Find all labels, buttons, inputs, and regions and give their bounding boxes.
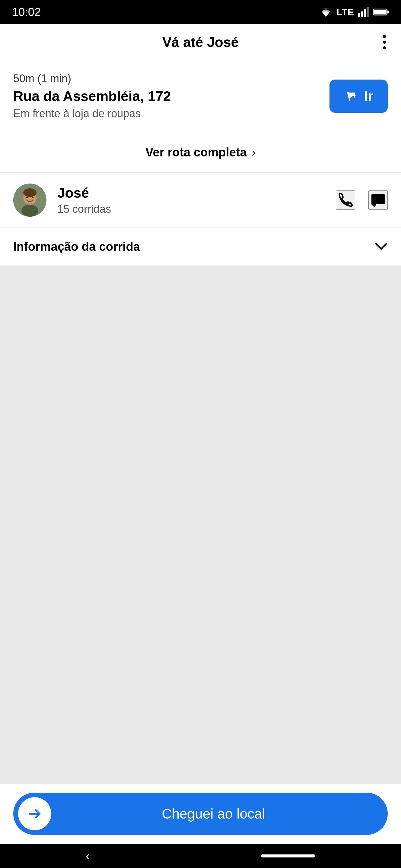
- info-section[interactable]: Informação da corrida: [0, 228, 401, 266]
- svg-rect-16: [371, 194, 385, 204]
- svg-rect-6: [367, 7, 369, 17]
- chevron-right-icon: ›: [252, 146, 256, 159]
- dot1: [383, 35, 386, 38]
- bottom-bar: Cheguei ao local: [0, 784, 401, 844]
- navigation-icon: [344, 89, 359, 104]
- svg-rect-4: [361, 11, 363, 17]
- address-info: 50m (1 min) Rua da Assembléia, 172 Em fr…: [13, 72, 320, 120]
- app-header: Vá até José: [0, 24, 401, 60]
- passenger-info: José 15 corridas: [57, 185, 330, 216]
- page-title: Vá até José: [162, 34, 239, 50]
- svg-point-15: [32, 196, 33, 198]
- arrived-button[interactable]: Cheguei ao local: [13, 793, 388, 835]
- distance-text: 50m (1 min): [13, 72, 320, 85]
- battery-icon: [373, 8, 389, 16]
- svg-rect-9: [374, 10, 386, 14]
- home-indicator[interactable]: [261, 855, 315, 858]
- status-icons: LTE: [319, 7, 389, 18]
- message-icon: [369, 191, 387, 209]
- passenger-name: José: [57, 185, 330, 201]
- chevron-down-icon: [374, 240, 388, 253]
- info-title: Informação da corrida: [13, 240, 140, 253]
- passenger-actions: [336, 190, 388, 210]
- street-address: Rua da Assembléia, 172: [13, 88, 320, 104]
- arrived-label: Cheguei ao local: [51, 806, 388, 822]
- message-button[interactable]: [368, 190, 388, 210]
- lte-icon: LTE: [337, 7, 354, 18]
- svg-rect-5: [364, 9, 366, 17]
- passenger-rides: 15 corridas: [57, 203, 330, 216]
- go-button[interactable]: Ir: [330, 80, 388, 113]
- svg-rect-3: [358, 13, 360, 17]
- signal-icon: [358, 7, 369, 17]
- svg-rect-8: [387, 11, 389, 13]
- call-button[interactable]: [336, 190, 355, 210]
- go-button-label: Ir: [364, 88, 373, 104]
- svg-point-14: [26, 196, 28, 198]
- svg-point-13: [22, 205, 38, 217]
- phone-icon: [337, 191, 354, 209]
- passenger-section: José 15 corridas: [0, 173, 401, 228]
- map-area: [0, 266, 401, 784]
- passenger-avatar: [13, 184, 47, 217]
- arrived-arrow-icon: [18, 797, 51, 830]
- dot2: [383, 41, 386, 44]
- wifi-icon: [319, 7, 332, 17]
- address-section: 50m (1 min) Rua da Assembléia, 172 Em fr…: [0, 60, 401, 132]
- status-time: 10:02: [12, 6, 41, 19]
- address-landmark: Em frente à loja de roupas: [13, 107, 320, 120]
- dot3: [383, 46, 386, 50]
- nav-bar: ‹: [0, 844, 401, 868]
- more-menu-button[interactable]: [380, 32, 389, 53]
- svg-marker-17: [371, 204, 376, 207]
- route-link-text: Ver rota completa: [145, 146, 247, 159]
- back-button[interactable]: ‹: [86, 849, 90, 863]
- status-bar: 10:02 LTE: [0, 0, 401, 24]
- full-route-link[interactable]: Ver rota completa ›: [0, 132, 401, 173]
- svg-point-12: [23, 188, 36, 197]
- route-section: Ver rota completa ›: [0, 132, 401, 173]
